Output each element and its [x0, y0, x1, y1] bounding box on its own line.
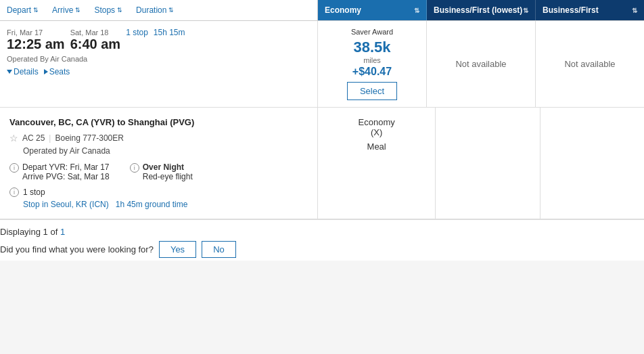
yes-button[interactable]: Yes — [159, 241, 196, 258]
stops-badge: 1 stop — [126, 28, 148, 37]
no-button[interactable]: No — [202, 241, 236, 258]
miles-value: 38.5k — [325, 39, 419, 56]
left-header-cols: Depart ⇅ Arrive ⇅ Stops ⇅ Duration ⇅ — [0, 0, 318, 20]
depart-col-header[interactable]: Depart ⇅ — [0, 0, 45, 20]
depart-sort-icon: ⇅ — [33, 7, 39, 14]
seats-arrow-icon — [44, 69, 48, 74]
stops-col-header[interactable]: Stops ⇅ — [87, 0, 129, 20]
separator: | — [49, 133, 51, 143]
depart-label: Depart YVR: Fri, Mar 17 — [22, 162, 110, 172]
cabin-class-label: Economy — [325, 117, 428, 127]
details-link[interactable]: Details — [7, 67, 39, 76]
economy-pricing-cell: Saver Award 38.5k miles +$40.47 Select — [318, 21, 427, 107]
select-button[interactable]: Select — [347, 82, 397, 100]
depart-info: i Depart YVR: Fri, Mar 17 Arrive PVG: Sa… — [9, 162, 110, 181]
overnight-text: Over Night Red-eye flight — [143, 162, 193, 181]
flight-row: Fri, Mar 17 12:25 am Sat, Mar 18 6:40 am… — [0, 21, 644, 108]
arrive-label: Arrive PVG: Sat, Mar 18 — [22, 172, 110, 181]
depart-time: 12:25 am — [7, 37, 65, 52]
bf-sort-icon: ⇅ — [632, 7, 637, 14]
details-label: Details — [14, 67, 39, 76]
stop-city: Stop in Seoul, KR (ICN) — [23, 200, 109, 209]
duration-label: Duration — [136, 5, 166, 15]
stops-sort-icon: ⇅ — [117, 7, 122, 14]
bf-lowest-sort-icon: ⇅ — [523, 7, 528, 14]
duration-value: 15h 15m — [154, 28, 185, 37]
tab-business-first[interactable]: Business/First ⇅ — [536, 0, 644, 20]
operated-by-line: Operated by Air Canada — [23, 146, 308, 156]
flight-number-row: ☆ AC 25 | Boeing 777-300ER — [9, 133, 308, 143]
depart-date: Fri, Mar 17 — [7, 28, 65, 37]
route-title: Vancouver, BC, CA (YVR) to Shanghai (PVG… — [9, 117, 308, 127]
displaying-text: Displaying 1 of 1 — [0, 227, 644, 241]
economy-sort-icon: ⇅ — [414, 7, 419, 14]
flight-number: AC 25 — [22, 133, 45, 143]
meal-label: Meal — [325, 141, 428, 152]
arrive-label: Arrive — [52, 5, 73, 15]
details-section: Vancouver, BC, CA (YVR) to Shanghai (PVG… — [0, 108, 644, 219]
details-inner: Vancouver, BC, CA (YVR) to Shanghai (PVG… — [0, 108, 644, 219]
flight-actions: Details Seats — [7, 67, 310, 76]
cash-value: +$40.47 — [325, 66, 419, 78]
details-arrow-icon — [7, 70, 12, 74]
tab-bf-lowest-label: Business/First (lowest) — [434, 5, 522, 15]
redeye-label: Red-eye flight — [143, 172, 193, 181]
operated-by-text: Operated By Air Canada — [7, 55, 310, 63]
details-bf-empty — [540, 108, 644, 219]
depart-block: Fri, Mar 17 12:25 am — [7, 28, 65, 52]
bf-cell: Not available — [536, 21, 644, 107]
saver-label: Saver Award — [325, 28, 419, 36]
seats-link[interactable]: Seats — [44, 67, 70, 76]
flight-times: Fri, Mar 17 12:25 am Sat, Mar 18 6:40 am… — [7, 28, 310, 52]
arrive-col-header[interactable]: Arrive ⇅ — [45, 0, 87, 20]
depart-info-icon: i — [9, 163, 19, 173]
arrive-date: Sat, Mar 18 — [70, 28, 121, 37]
stop-info-icon: i — [9, 187, 19, 197]
table-header: Depart ⇅ Arrive ⇅ Stops ⇅ Duration ⇅ Eco… — [0, 0, 644, 21]
depart-arrive-row: i Depart YVR: Fri, Mar 17 Arrive PVG: Sa… — [9, 162, 308, 181]
tab-headers: Economy ⇅ Business/First (lowest) ⇅ Busi… — [318, 0, 644, 20]
stops-label: Stops — [94, 5, 115, 15]
bf-lowest-not-available: Not available — [455, 59, 506, 69]
overnight-label: Over Night — [143, 162, 193, 172]
arrive-sort-icon: ⇅ — [75, 7, 80, 14]
depart-label: Depart — [7, 5, 31, 15]
bf-lowest-cell: Not available — [427, 21, 536, 107]
details-right-panel: Economy (X) Meal — [318, 108, 436, 219]
result-count: 1 — [60, 227, 65, 237]
details-left-panel: Vancouver, BC, CA (YVR) to Shanghai (PVG… — [0, 108, 318, 219]
stop-row: i 1 stop — [9, 187, 308, 197]
bf-not-available: Not available — [564, 59, 615, 69]
overnight-info-icon: i — [130, 163, 139, 173]
flight-info-left: Fri, Mar 17 12:25 am Sat, Mar 18 6:40 am… — [0, 21, 318, 107]
stop-details: Stop in Seoul, KR (ICN) 1h 45m ground ti… — [23, 200, 308, 209]
cabin-class-code: (X) — [325, 127, 428, 137]
tab-economy-label: Economy — [325, 5, 361, 15]
arrive-block: Sat, Mar 18 6:40 am — [70, 28, 121, 52]
overnight-info: i Over Night Red-eye flight — [130, 162, 193, 181]
tab-bf-label: Business/First — [543, 5, 599, 15]
details-bf-lowest-empty — [436, 108, 540, 219]
seats-label: Seats — [49, 67, 70, 76]
footer: Displaying 1 of 1 Did you find what you … — [0, 219, 644, 261]
miles-unit: miles — [325, 56, 419, 64]
aircraft-type: Boeing 777-300ER — [55, 133, 123, 143]
star-icon: ☆ — [9, 133, 18, 143]
duration-col-header[interactable]: Duration ⇅ — [129, 0, 181, 20]
tab-economy[interactable]: Economy ⇅ — [318, 0, 427, 20]
depart-info-text: Depart YVR: Fri, Mar 17 Arrive PVG: Sat,… — [22, 162, 110, 181]
feedback-row: Did you find what you were looking for? … — [0, 241, 644, 258]
tab-business-first-lowest[interactable]: Business/First (lowest) ⇅ — [427, 0, 536, 20]
displaying-prefix: Displaying 1 of — [0, 227, 58, 237]
arrive-time: 6:40 am — [70, 37, 121, 52]
stops-count: 1 stop — [23, 187, 45, 197]
ground-time: 1h 45m ground time — [116, 200, 188, 209]
duration-sort-icon: ⇅ — [168, 7, 174, 14]
feedback-question: Did you find what you were looking for? — [0, 244, 154, 255]
